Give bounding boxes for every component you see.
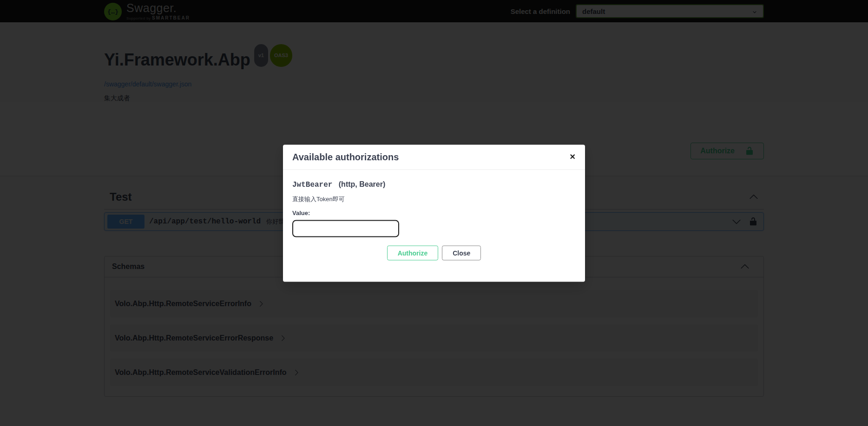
value-label: Value: xyxy=(292,209,576,216)
auth-scheme-meta: (http, Bearer) xyxy=(339,180,385,188)
close-icon[interactable]: ✕ xyxy=(570,153,576,161)
auth-scheme-title: JwtBearer (http, Bearer) xyxy=(292,180,576,189)
modal-authorize-button[interactable]: Authorize xyxy=(387,245,439,260)
modal-close-button[interactable]: Close xyxy=(442,245,481,260)
auth-scheme-description: 直接输入Token即可 xyxy=(292,195,576,203)
auth-scheme-name: JwtBearer xyxy=(292,180,332,189)
token-input[interactable] xyxy=(292,220,399,237)
authorizations-modal: Available authorizations ✕ JwtBearer (ht… xyxy=(283,144,585,282)
modal-title: Available authorizations xyxy=(292,151,399,162)
